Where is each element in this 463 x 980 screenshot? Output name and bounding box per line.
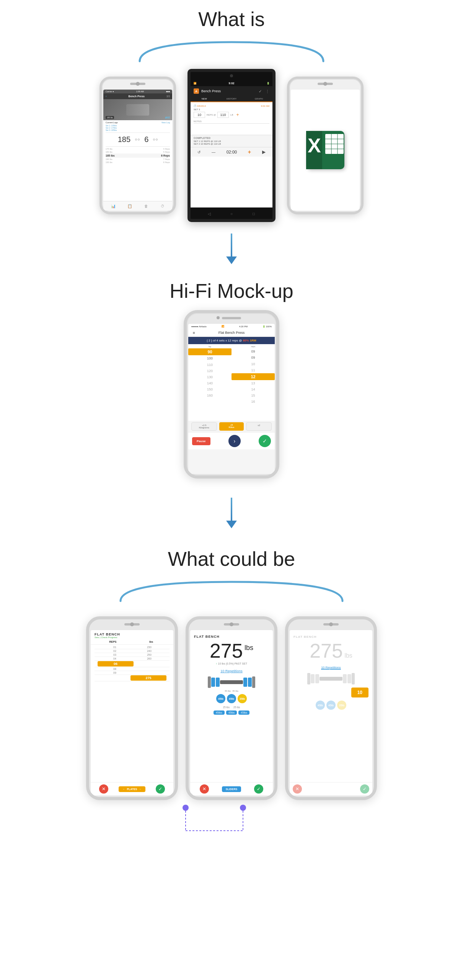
toolbar-icon-4[interactable]: ⏱ xyxy=(160,203,166,209)
hifi-phone: ●●●●● Athlado 📶 4:20 PM 🔋 100% ≡ Flat Be… xyxy=(184,310,279,479)
picker-reps-16[interactable]: 16 xyxy=(232,399,275,405)
cb-right-reps-btn: 10 xyxy=(290,686,372,699)
tab-new[interactable]: NEW xyxy=(191,96,218,101)
android-action-bar: A Bench Press ✓ ⋮ xyxy=(191,86,272,96)
picker-130[interactable]: 130 xyxy=(188,374,232,380)
toolbar-icon-3[interactable]: 🗑 xyxy=(143,203,149,209)
next-button[interactable]: › xyxy=(228,435,241,447)
picker-140[interactable]: 140 xyxy=(188,380,232,386)
excel-x: X xyxy=(308,134,321,157)
reps-selected-btn[interactable]: 10 xyxy=(351,688,368,697)
cb-mid-check-btn[interactable]: ✓ xyxy=(254,784,263,794)
tab-graph[interactable]: GRAPH xyxy=(245,96,272,101)
picker-120[interactable]: 120 xyxy=(188,368,232,374)
arrow-line-2 xyxy=(231,498,232,521)
phone-could-be-right: FLAT BENCH 275 lbs 10 Repetitions xyxy=(285,616,377,800)
tab-history[interactable]: HISTORY xyxy=(218,96,245,101)
ios-workout-image: 185 lbs iFIT xyxy=(103,99,172,120)
cb-mid-reps-link: 10 Repetitions xyxy=(190,666,273,675)
cb-left-check-btn[interactable]: ✓ xyxy=(156,784,165,794)
cb-mid-barbell xyxy=(190,675,273,689)
cb-mid-slider-btn[interactable]: SLIDERS xyxy=(222,786,241,792)
v2-btn[interactable]: v2 xyxy=(246,422,272,431)
brace-bottom xyxy=(98,574,365,605)
picker-100[interactable]: 100 xyxy=(188,355,232,361)
picker-reps-09b[interactable]: 09 xyxy=(232,354,275,361)
cb-right-reps: 10 Repetitions xyxy=(290,662,372,671)
back-icon[interactable]: ◁ xyxy=(207,211,212,216)
picker-reps-10[interactable]: 10 xyxy=(232,361,275,367)
cb-right-plates: 45lb 45lb 35lb xyxy=(290,701,372,710)
camera-cb-left xyxy=(130,622,134,626)
cb-mid-x-btn[interactable]: ✕ xyxy=(200,784,209,794)
android-notes-label: NOTES xyxy=(194,120,269,122)
picker-reps-15[interactable]: 15 xyxy=(232,392,275,399)
brace-top xyxy=(117,34,346,65)
picker-110[interactable]: 110 xyxy=(188,362,232,368)
hifi-set-banner: { 2 } of 4 sets x 12 reps @ 80% 1RM xyxy=(188,337,275,344)
picker-reps-14[interactable]: 14 xyxy=(232,386,275,392)
cb-mid-prev: ↑ 10 lbs (0.5%) PAST SET xyxy=(190,662,273,666)
ios-stats-list: 175 lbs 4 Reps 180 lbs 5 Reps 185 lbs 6 … xyxy=(103,147,172,165)
arrow-head-2 xyxy=(226,521,237,528)
picker-reps-11[interactable]: 11 xyxy=(232,367,275,373)
what-is-title: What is xyxy=(198,8,264,31)
camera-left xyxy=(136,82,140,86)
cb-left-x-btn[interactable]: ✕ xyxy=(99,784,108,794)
row-06: 06 xyxy=(95,661,170,667)
picker-150[interactable]: 150 xyxy=(188,386,232,392)
picker-reps-12[interactable]: 12 xyxy=(232,373,275,380)
hamburger-icon[interactable]: ≡ xyxy=(193,331,195,335)
android-notes-area xyxy=(194,123,269,131)
cb-right-x-btn[interactable]: ✕ xyxy=(293,784,302,794)
cb-left-header: FLAT BENCH Sets | Check Progress xyxy=(91,630,173,639)
excel-grid-svg xyxy=(325,134,344,154)
phone-android-middle: 📶 9:02 🔋 A Bench Press ✓ ⋮ NEW HISTORY G… xyxy=(187,69,276,222)
cb-left-col-header: REPS lbs xyxy=(91,639,173,645)
plate-45-2: 45lb xyxy=(227,694,236,703)
toolbar-icon-1[interactable]: 📊 xyxy=(110,203,116,209)
cb-right-check-btn[interactable]: ✓ xyxy=(360,784,369,794)
cb-left-title: FLAT BENCH xyxy=(95,632,170,636)
cb-left-rows: 01 230 02 240 03 250 04 260 xyxy=(91,645,173,682)
cb-right-bottom-bar: ✕ ✓ xyxy=(290,782,372,795)
ios-toolbar: 📊 📋 🗑 ⏱ xyxy=(103,201,172,211)
picker-reps-09a[interactable]: 09 xyxy=(232,348,275,354)
weight-input[interactable]: 110 xyxy=(217,112,229,118)
picker-reps-13[interactable]: 13 xyxy=(232,380,275,386)
section-hifi: Hi-Fi Mock-up ●●●●● Athlado 📶 4:20 PM 🔋 … xyxy=(0,272,463,486)
recent-icon[interactable]: □ xyxy=(251,211,256,216)
pause-button[interactable]: Pause xyxy=(192,437,210,445)
android-content: 🕐 4/8/2014 9:02 AM SET 3 10 REPS @ 110 L… xyxy=(191,102,272,135)
toolbar-icon-2[interactable]: 📋 xyxy=(127,203,133,209)
picker-160[interactable]: 160 xyxy=(188,392,232,399)
phones-row-bottom: FLAT BENCH Sets | Check Progress REPS lb… xyxy=(86,616,377,800)
phone-could-be-middle: FLAT BENCH 275 lbs ↑ 10 lbs (0.5%) PAST … xyxy=(186,616,277,800)
section-what-is: What is Carrier ● 1:58 AM ■■■ ‹ Bench xyxy=(0,0,463,222)
check-button[interactable]: ✓ xyxy=(259,435,271,447)
cb-left-bottom-bar: ✕ ← PLATES → ✓ xyxy=(91,782,173,795)
reps-input[interactable]: 10 xyxy=(194,112,205,118)
plus25-btn[interactable]: +2.5Kilograms xyxy=(191,422,217,431)
cb-mid-screen: FLAT BENCH 275 lbs ↑ 10 lbs (0.5%) PAST … xyxy=(190,630,273,795)
arrow-head-1 xyxy=(226,256,237,264)
picker-kg-col: kg 90 100 110 120 130 140 150 160 xyxy=(188,344,232,421)
picker-90[interactable]: 90 xyxy=(188,348,232,355)
ios-screen: Carrier ● 1:58 AM ■■■ ‹ Bench Press 3/3 … xyxy=(103,90,172,211)
home-icon[interactable]: ○ xyxy=(229,211,234,216)
extra-plate-1: 45lbs xyxy=(214,710,225,715)
excel-icon-container: X xyxy=(291,90,360,211)
hifi-bottom-buttons: Pause › ✓ xyxy=(188,432,275,449)
android-app-icon: A xyxy=(194,88,199,94)
hifi-extras-row: +2.5Kilograms +5Kilos v2 xyxy=(188,421,275,432)
android-screen: 📶 9:02 🔋 A Bench Press ✓ ⋮ NEW HISTORY G… xyxy=(191,80,272,207)
excel-icon: X xyxy=(306,131,344,169)
row-275: 275 xyxy=(95,675,170,681)
ios-logs: Current Logs New Log Set 1: 135lbs Set 2… xyxy=(103,120,172,132)
plus5-btn[interactable]: +5Kilos xyxy=(219,422,244,431)
ios-set-picker: 185 6 xyxy=(103,133,172,146)
bottom-dotted-connector xyxy=(0,804,463,835)
cb-left-plates-btn[interactable]: ← PLATES → xyxy=(119,786,145,792)
row-09: 09 xyxy=(95,671,170,675)
hifi-picker: kg 90 100 110 120 130 140 150 160 reps 0… xyxy=(188,344,275,421)
